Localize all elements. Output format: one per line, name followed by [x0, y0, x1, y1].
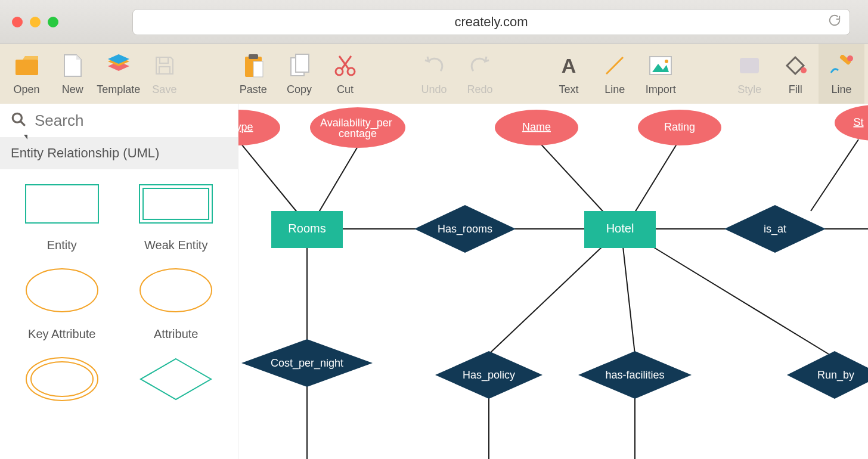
relationship-cost-per-night[interactable]: Cost_per_night [241, 339, 373, 387]
svg-text:Run_by: Run_by [817, 369, 854, 382]
open-button[interactable]: Open [4, 44, 49, 104]
svg-text:St: St [853, 116, 863, 128]
url-bar[interactable]: creately.com [132, 9, 850, 35]
relationship-run-by[interactable]: Run_by [787, 351, 868, 399]
svg-rect-7 [249, 54, 258, 59]
shape-extra-1[interactable] [7, 355, 117, 403]
shape-panel-header[interactable]: Entity Relationship (UML) [0, 137, 238, 169]
save-button[interactable]: Save [141, 44, 187, 104]
paint-bucket-icon [783, 52, 807, 79]
line-button[interactable]: Line [592, 44, 638, 104]
svg-rect-4 [160, 57, 168, 63]
template-button[interactable]: Template [95, 44, 141, 104]
svg-text:A: A [562, 55, 576, 76]
svg-text:Name: Name [522, 121, 551, 133]
redo-button[interactable]: Redo [457, 44, 503, 104]
window-close-icon[interactable] [12, 17, 23, 27]
edge [489, 247, 602, 354]
relationship-shape-icon [137, 355, 215, 403]
tool-label: Line [604, 83, 625, 96]
attribute-availability[interactable]: Availability_per centage [310, 107, 405, 148]
tool-label: Open [14, 83, 40, 96]
tool-label: Cut [337, 83, 354, 96]
window-minimize-icon[interactable] [30, 17, 41, 27]
svg-rect-26 [143, 188, 209, 219]
shape-label: Entity [47, 238, 77, 252]
shape-extra-2[interactable] [122, 355, 231, 403]
relationship-has-rooms[interactable]: Has_rooms [414, 205, 516, 253]
undo-button[interactable]: Undo [411, 44, 457, 104]
tool-label: Style [737, 83, 761, 96]
svg-line-14 [606, 57, 623, 74]
import-button[interactable]: Import [638, 44, 684, 104]
pencil-icon [829, 52, 854, 79]
svg-text:Hotel: Hotel [606, 222, 634, 235]
file-icon [63, 52, 82, 79]
line-tool-button[interactable]: Line [819, 44, 864, 104]
clipboard-icon [243, 52, 264, 79]
diagram-canvas[interactable]: ype Availability_per centage Name Rating… [238, 104, 868, 459]
shape-attribute[interactable]: Attribute [122, 266, 231, 341]
svg-text:Rooms: Rooms [288, 222, 326, 235]
attribute-shape-icon [137, 266, 215, 314]
style-button[interactable]: Style [727, 44, 773, 104]
entity-hotel[interactable]: Hotel [584, 211, 656, 248]
attribute-rating[interactable]: Rating [638, 110, 721, 145]
relationship-has-policy[interactable]: Has_policy [435, 351, 542, 399]
entity-shape-icon [23, 182, 101, 225]
shape-entity[interactable]: Entity [7, 182, 117, 252]
attribute-type[interactable]: ype [238, 110, 280, 145]
text-button[interactable]: A Text [546, 44, 592, 104]
shape-weak-entity[interactable]: Weak Entity [122, 182, 231, 252]
tool-label: Fill [789, 83, 802, 96]
shape-key-attribute[interactable]: Key Attribute [7, 266, 117, 341]
attribute-st[interactable]: St [835, 105, 868, 141]
shape-palette: Entity Weak Entity Key Attribute [0, 169, 238, 416]
content: Entity Relationship (UML) Entity Weak En… [0, 104, 868, 459]
sidebar: Entity Relationship (UML) Entity Weak En… [0, 104, 238, 459]
svg-text:ype: ype [238, 121, 253, 133]
diagonal-line-icon [604, 52, 625, 79]
svg-line-23 [20, 121, 25, 126]
tool-label: Redo [467, 83, 493, 96]
cut-button[interactable]: Cut [323, 44, 368, 104]
window-maximize-icon[interactable] [48, 17, 58, 27]
new-button[interactable]: New [49, 44, 95, 104]
svg-text:Has_policy: Has_policy [463, 369, 515, 382]
browser-chrome: creately.com [0, 0, 868, 44]
svg-rect-8 [253, 61, 263, 77]
paste-button[interactable]: Paste [230, 44, 276, 104]
relationship-has-facilities[interactable]: has-facilities [578, 351, 692, 399]
svg-rect-18 [740, 58, 759, 73]
copy-icon [289, 52, 310, 79]
dropdown-caret-icon[interactable] [24, 135, 27, 139]
svg-rect-25 [140, 185, 212, 223]
entity-rooms[interactable]: Rooms [271, 211, 343, 248]
edge [623, 247, 635, 354]
edge [653, 247, 829, 354]
edge [316, 147, 358, 217]
attribute-name[interactable]: Name [495, 110, 578, 145]
svg-point-30 [31, 362, 93, 396]
shape-label: Weak Entity [144, 238, 207, 252]
weak-entity-shape-icon [137, 182, 215, 225]
edge [537, 139, 608, 217]
svg-text:is_at: is_at [764, 223, 786, 235]
tool-label: Undo [421, 83, 447, 96]
relationship-is-at[interactable]: is_at [724, 205, 826, 253]
fill-button[interactable]: Fill [773, 44, 819, 104]
search-row [0, 104, 238, 137]
toolbar: Open New Template Save [0, 44, 868, 104]
copy-button[interactable]: Copy [276, 44, 322, 104]
svg-point-17 [665, 60, 668, 63]
search-input[interactable] [35, 111, 227, 130]
search-icon [11, 111, 26, 129]
svg-text:Has_rooms: Has_rooms [438, 223, 492, 235]
svg-point-28 [140, 269, 212, 312]
panel-title: Entity Relationship (UML) [11, 145, 159, 160]
svg-rect-10 [296, 54, 309, 72]
svg-text:Cost_per_night: Cost_per_night [271, 357, 343, 370]
tool-label: Copy [287, 83, 312, 96]
tool-label: Paste [240, 83, 267, 96]
refresh-icon[interactable] [828, 14, 841, 30]
